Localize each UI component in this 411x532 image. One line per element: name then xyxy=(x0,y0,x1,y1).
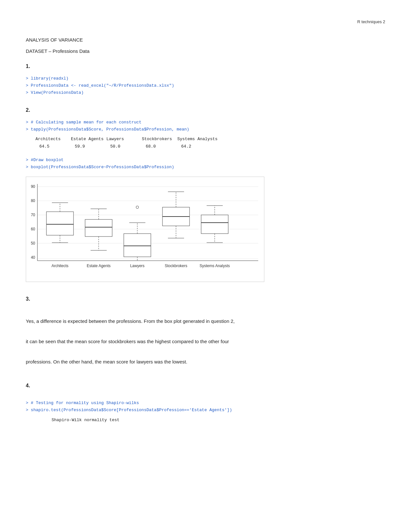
val-stockbrokers: 68.0 xyxy=(142,143,177,150)
question-4-number: 4. xyxy=(26,383,385,389)
q2-code-block-1: > # Calculating sample mean for each con… xyxy=(26,119,385,133)
boxplot-chart: 90 80 70 60 50 40 xyxy=(26,177,264,282)
dataset-line: DATASET – Professions Data xyxy=(26,48,385,54)
q3-answer: Yes, a difference is expected between th… xyxy=(26,316,385,367)
q2-code-line-4: > boxplot(ProfessionsData$Score~Professi… xyxy=(26,164,385,171)
svg-text:90: 90 xyxy=(31,184,35,189)
svg-point-33 xyxy=(136,206,139,208)
svg-rect-14 xyxy=(46,212,73,235)
question-2-number: 2. xyxy=(26,107,385,113)
q4-code-line-1: > # Testing for normality using Shapiro-… xyxy=(26,400,385,407)
svg-text:Architects: Architects xyxy=(52,264,69,268)
svg-rect-28 xyxy=(124,234,151,257)
svg-text:70: 70 xyxy=(31,213,35,217)
svg-text:Estate Agents: Estate Agents xyxy=(87,264,111,268)
question-3-number: 3. xyxy=(26,296,385,302)
q1-code-line-2: > ProfessionsData <- read_excel("~/R/Pro… xyxy=(26,82,385,89)
val-systems-analysts: 64.2 xyxy=(177,143,213,150)
q1-code-block: > library(readxl) > ProfessionsData <- r… xyxy=(26,75,385,96)
svg-text:40: 40 xyxy=(31,255,35,260)
svg-text:60: 60 xyxy=(31,227,35,231)
q2-code-line-2: > tapply(ProfessionsData$Score, Professi… xyxy=(26,126,385,133)
question-1-number: 1. xyxy=(26,63,385,69)
output-value-row: 64.5 59.9 50.0 68.0 64.2 xyxy=(35,143,385,150)
shapiro-output-title: Shapiro-Wilk normality test xyxy=(52,417,385,424)
col-lawyers: Lawyers xyxy=(106,136,142,143)
col-architects: Architects xyxy=(35,136,71,143)
q2-code-line-1: > # Calculating sample mean for each con… xyxy=(26,119,385,126)
tapply-output-table: Architects Estate Agents Lawyers Stockbr… xyxy=(35,136,385,150)
col-estate-agents: Estate Agents xyxy=(71,136,106,143)
svg-text:Stockbrokers: Stockbrokers xyxy=(165,264,187,268)
svg-text:Systems Analysts: Systems Analysts xyxy=(200,264,230,268)
val-lawyers: 50.0 xyxy=(106,143,142,150)
col-systems-analysts: Systems Analysts xyxy=(177,136,218,143)
q4-code-line-2: > shapiro.test(ProfessionsData$Score[Pro… xyxy=(26,407,385,414)
q3-answer-text-1: Yes, a difference is expected between th… xyxy=(26,318,235,324)
svg-text:Lawyers: Lawyers xyxy=(130,264,145,268)
boxplot-svg: 90 80 70 60 50 40 xyxy=(26,181,265,277)
q3-answer-text-2: it can be seen that the mean score for s… xyxy=(26,339,229,344)
q4-code-block: > # Testing for normality using Shapiro-… xyxy=(26,400,385,414)
val-architects: 64.5 xyxy=(35,143,71,150)
svg-rect-42 xyxy=(201,215,228,234)
col-stockbrokers: Stockbrokers xyxy=(142,136,177,143)
val-estate-agents: 59.9 xyxy=(71,143,106,150)
q1-code-line-1: > library(readxl) xyxy=(26,75,385,82)
q3-answer-text-3: professions. On the other hand, the mean… xyxy=(26,359,187,364)
analysis-title: ANALYSIS OF VARIANCE xyxy=(26,37,385,43)
svg-text:80: 80 xyxy=(31,198,35,203)
page-label: R techniques 2 xyxy=(357,19,385,24)
output-header-row: Architects Estate Agents Lawyers Stockbr… xyxy=(35,136,385,143)
page-header: R techniques 2 xyxy=(26,19,385,24)
svg-rect-21 xyxy=(85,219,112,237)
q1-code-line-3: > View(ProfessionsData) xyxy=(26,89,385,96)
q2-code-line-3: > #Draw boxplot xyxy=(26,157,385,164)
q2-code-block-2: > #Draw boxplot > boxplot(ProfessionsDat… xyxy=(26,157,385,171)
svg-text:50: 50 xyxy=(31,241,35,246)
page: R techniques 2 ANALYSIS OF VARIANCE DATA… xyxy=(0,0,411,443)
